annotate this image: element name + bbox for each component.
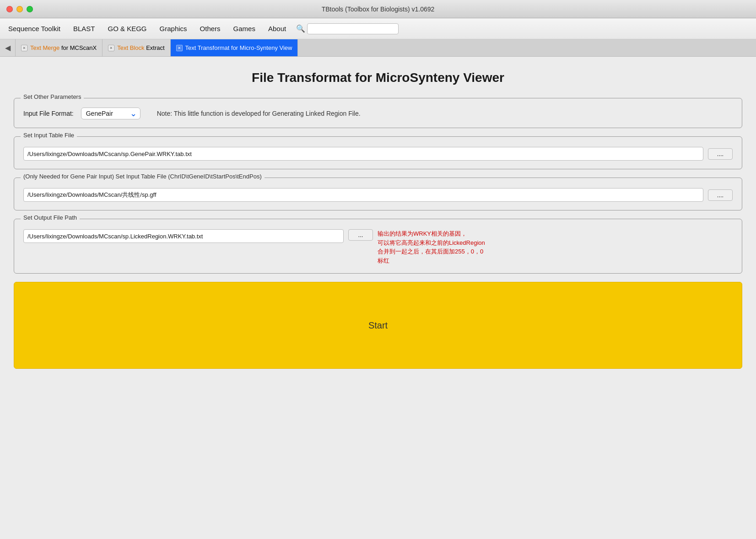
gene-pair-file-row: ....	[23, 188, 733, 202]
tab-label-1: Text Merge for MCScanX	[30, 44, 97, 51]
search-bar: 🔍	[296, 23, 399, 34]
output-legend: Set Output File Path	[21, 214, 80, 221]
menu-graphics[interactable]: Graphics	[153, 23, 194, 34]
window-controls	[6, 6, 33, 12]
annotation-line-2: 可以将它高亮起来和之前的LickedRegion	[378, 238, 485, 248]
annotation-line-3: 合并到一起之后，在其后面加255，0，0	[378, 247, 485, 256]
input-table-file-row: ....	[23, 147, 733, 161]
other-params-legend: Set Other Parameters	[21, 93, 84, 100]
other-params-section: Set Other Parameters Input File Format: …	[14, 98, 742, 128]
annotation-line-4: 标红	[378, 256, 485, 265]
input-table-file-input[interactable]	[23, 147, 703, 161]
start-button-label: Start	[368, 320, 388, 331]
menu-sequence-toolkit[interactable]: Sequence Toolkit	[2, 23, 67, 34]
menu-bar: Sequence Toolkit BLAST GO & KEGG Graphic…	[0, 18, 756, 39]
minimize-button[interactable]	[16, 6, 23, 12]
tab-label-2: Text Block Extract	[117, 44, 164, 51]
search-input[interactable]	[307, 23, 399, 34]
gene-pair-legend: (Only Needed for Gene Pair Input) Set In…	[21, 173, 265, 180]
format-select-wrapper: GenePair BEDlike SimpleLink ⌄	[81, 108, 140, 119]
tab-text-transformat[interactable]: ✕ Text Transformat for Micro-Synteny Vie…	[171, 39, 298, 56]
input-table-browse-button[interactable]: ....	[708, 148, 733, 160]
tab-back-button[interactable]: ◀	[0, 39, 16, 56]
window-title: TBtools (Toolbox for Biologists) v1.0692	[322, 5, 435, 13]
menu-games[interactable]: Games	[227, 23, 262, 34]
tab-close-icon-3[interactable]: ✕	[176, 45, 183, 51]
tab-close-icon-2[interactable]: ✕	[108, 45, 114, 51]
tab-text-merge[interactable]: ✕ Text Merge for MCScanX	[16, 39, 103, 56]
start-area[interactable]: Start	[14, 282, 742, 369]
tab-label-suffix-2: Extract	[146, 44, 164, 51]
gene-pair-section: (Only Needed for Gene Pair Input) Set In…	[14, 178, 742, 210]
tab-label-orange-3: Text Transformat	[185, 44, 230, 51]
note-text: Note: This little function is developed …	[157, 110, 361, 117]
tab-label-3: Text Transformat for Micro-Synteny View	[185, 44, 292, 51]
tab-bar: ◀ ✕ Text Merge for MCScanX ✕ Text Block …	[0, 39, 756, 57]
tab-text-block[interactable]: ✕ Text Block Extract	[103, 39, 170, 56]
close-button[interactable]	[6, 6, 13, 12]
tab-label-suffix-3: for Micro-Synteny View	[231, 44, 292, 51]
output-browse-button[interactable]: ...	[348, 229, 373, 241]
page-title: File Transformat for MicroSynteny Viewer	[14, 70, 742, 85]
gene-pair-file-input[interactable]	[23, 188, 703, 202]
output-file-input[interactable]	[23, 229, 344, 243]
input-table-section: Set Input Table File ....	[14, 136, 742, 169]
tab-label-orange-1: Text Merge	[30, 44, 59, 51]
maximize-button[interactable]	[27, 6, 33, 12]
menu-about[interactable]: About	[262, 23, 292, 34]
menu-blast[interactable]: BLAST	[67, 23, 102, 34]
input-table-legend: Set Input Table File	[21, 132, 77, 139]
search-icon: 🔍	[296, 24, 305, 33]
output-section: Set Output File Path ... 输出的结果为WRKY相关的基因…	[14, 219, 742, 274]
menu-go-kegg[interactable]: GO & KEGG	[102, 23, 153, 34]
tab-label-orange-2: Text Block	[117, 44, 144, 51]
menu-others[interactable]: Others	[194, 23, 227, 34]
tab-close-icon-1[interactable]: ✕	[21, 45, 27, 51]
gene-pair-browse-button[interactable]: ....	[708, 189, 733, 201]
tab-label-suffix-1: for MCScanX	[61, 44, 97, 51]
output-file-row: ... 输出的结果为WRKY相关的基因， 可以将它高亮起来和之前的LickedR…	[23, 229, 733, 265]
format-select[interactable]: GenePair BEDlike SimpleLink	[81, 108, 140, 119]
annotation-line-1: 输出的结果为WRKY相关的基因，	[378, 229, 485, 238]
params-row: Input File Format: GenePair BEDlike Simp…	[23, 108, 733, 119]
output-annotation: 输出的结果为WRKY相关的基因， 可以将它高亮起来和之前的LickedRegio…	[378, 229, 485, 265]
title-bar: TBtools (Toolbox for Biologists) v1.0692	[0, 0, 756, 18]
input-format-label: Input File Format:	[23, 110, 74, 117]
main-content: File Transformat for MicroSynteny Viewer…	[0, 57, 756, 378]
